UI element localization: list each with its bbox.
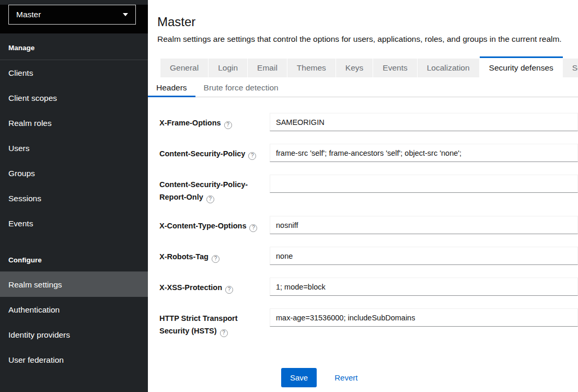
app-window: Master Manage Clients Client scopes Real…	[0, 0, 578, 392]
tab-themes[interactable]: Themes	[287, 59, 336, 77]
realm-settings-tabs: General Login Email Themes Keys Events L…	[160, 56, 578, 77]
main-content: Master Realm settings are settings that …	[148, 0, 578, 392]
sidebar-item-identity-providers[interactable]: Identity providers	[0, 322, 148, 347]
field-label-x-frame-options: X-Frame-Options?	[159, 113, 270, 129]
subtab-brute-force-detection[interactable]: Brute force detection	[195, 77, 287, 97]
security-defenses-subtabs: Headers Brute force detection	[148, 77, 578, 97]
csp-report-only-input[interactable]	[270, 175, 578, 193]
form-field-row: X-XSS-Protection?	[159, 278, 578, 296]
sidebar-item-events[interactable]: Events	[0, 211, 148, 236]
tab-events[interactable]: Events	[373, 59, 417, 77]
tab-login[interactable]: Login	[209, 59, 248, 77]
form-field-row: X-Content-Type-Options?	[159, 216, 578, 234]
page-header: Master Realm settings are settings that …	[148, 0, 578, 44]
headers-form: X-Frame-Options? Content-Security-Policy…	[148, 97, 578, 387]
sidebar-item-authentication[interactable]: Authentication	[0, 297, 148, 322]
help-icon[interactable]: ?	[206, 195, 214, 203]
realm-selector-header: Master	[0, 5, 148, 33]
sidebar-item-realm-roles[interactable]: Realm roles	[0, 110, 148, 135]
field-label-x-xss-protection: X-XSS-Protection?	[159, 278, 270, 294]
form-field-row: Content-Security-Policy?	[159, 144, 578, 162]
sidebar-item-clients[interactable]: Clients	[0, 60, 148, 85]
help-icon[interactable]: ?	[212, 255, 219, 263]
realm-dropdown-value: Master	[16, 10, 41, 19]
hsts-input[interactable]	[270, 308, 578, 327]
tab-localization[interactable]: Localization	[418, 59, 480, 77]
x-robots-tag-input[interactable]	[270, 247, 578, 265]
sidebar-item-realm-settings[interactable]: Realm settings	[0, 272, 148, 297]
sidebar-item-users[interactable]: Users	[0, 135, 148, 160]
content-security-policy-input[interactable]	[270, 144, 578, 162]
subtab-headers[interactable]: Headers	[148, 77, 195, 97]
help-icon[interactable]: ?	[225, 286, 233, 294]
help-icon[interactable]: ?	[249, 224, 257, 232]
sidebar-item-user-federation[interactable]: User federation	[0, 347, 148, 372]
field-label-csp-report-only: Content-Security-Policy-Report-Only?	[159, 175, 270, 203]
form-field-row: HTTP Strict Transport Security (HSTS)?	[159, 308, 578, 337]
tab-security-defenses[interactable]: Security defenses	[480, 56, 563, 77]
realm-dropdown[interactable]: Master	[8, 5, 136, 25]
page-description: Realm settings are settings that control…	[157, 34, 576, 44]
x-frame-options-input[interactable]	[270, 113, 578, 131]
tab-email[interactable]: Email	[248, 59, 287, 77]
field-label-x-content-type-options: X-Content-Type-Options?	[159, 216, 270, 232]
revert-link[interactable]: Revert	[334, 373, 357, 382]
field-label-content-security-policy: Content-Security-Policy?	[159, 144, 270, 160]
field-label-hsts: HTTP Strict Transport Security (HSTS)?	[159, 308, 270, 337]
chevron-down-icon	[123, 13, 128, 16]
x-content-type-options-input[interactable]	[270, 216, 578, 234]
help-icon[interactable]: ?	[248, 152, 256, 160]
form-actions: Save Revert	[159, 368, 578, 387]
tab-general[interactable]: General	[160, 59, 209, 77]
sidebar: Master Manage Clients Client scopes Real…	[0, 0, 148, 392]
form-field-row: X-Robots-Tag?	[159, 247, 578, 265]
help-icon[interactable]: ?	[220, 329, 228, 337]
sidebar-item-client-scopes[interactable]: Client scopes	[0, 85, 148, 110]
form-field-row: X-Frame-Options?	[159, 113, 578, 131]
x-xss-protection-input[interactable]	[270, 278, 578, 296]
sidebar-item-groups[interactable]: Groups	[0, 160, 148, 186]
field-label-x-robots-tag: X-Robots-Tag?	[159, 247, 270, 263]
nav-section-manage: Manage	[0, 33, 148, 60]
sidebar-nav: Manage Clients Client scopes Realm roles…	[0, 33, 148, 372]
page-title: Master	[157, 14, 576, 30]
tab-keys[interactable]: Keys	[336, 59, 373, 77]
save-button[interactable]: Save	[281, 368, 317, 387]
nav-section-configure: Configure	[0, 236, 148, 272]
help-icon[interactable]: ?	[224, 121, 232, 129]
form-field-row: Content-Security-Policy-Report-Only?	[159, 175, 578, 203]
tab-sessions[interactable]: Sessions	[563, 59, 578, 77]
sidebar-item-sessions[interactable]: Sessions	[0, 186, 148, 211]
